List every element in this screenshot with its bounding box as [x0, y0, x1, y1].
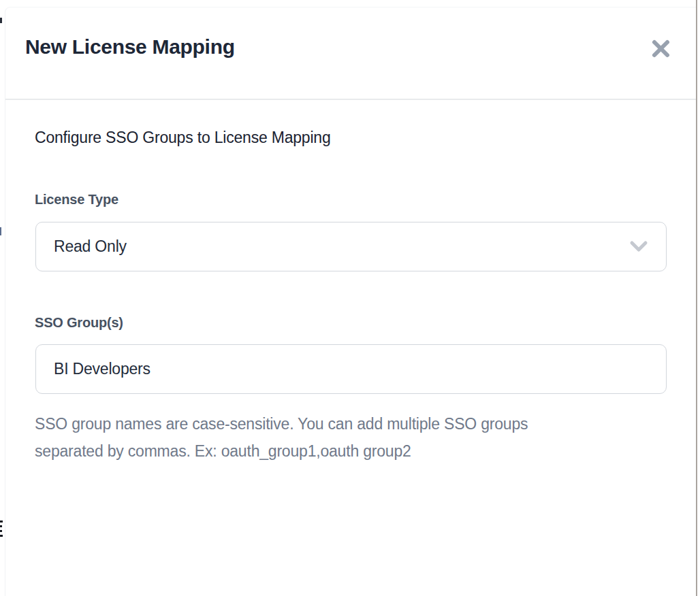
chevron-down-icon	[628, 240, 650, 254]
sso-groups-hint: SSO group names are case-sensitive. You …	[35, 410, 528, 465]
license-type-selected-value: Read Only	[54, 237, 628, 256]
page-edge-fragment	[0, 520, 3, 523]
sso-groups-label: SSO Group(s)	[35, 314, 123, 331]
sso-groups-hint-line2: separated by commas. Ex: oauth_group1,oa…	[35, 437, 528, 465]
license-type-label: License Type	[35, 191, 118, 208]
sso-groups-input[interactable]	[35, 344, 667, 394]
page-edge-fragment	[0, 535, 3, 537]
page-edge-fragment	[0, 525, 2, 527]
new-license-mapping-modal: New License Mapping Configure SSO Groups…	[5, 7, 696, 596]
modal-title: New License Mapping	[25, 35, 235, 59]
page-edge-fragment	[0, 530, 2, 532]
modal-subtitle: Configure SSO Groups to License Mapping	[35, 127, 331, 148]
close-button[interactable]	[646, 35, 675, 63]
sso-groups-hint-line1: SSO group names are case-sensitive. You …	[35, 410, 528, 437]
page-right-edge	[696, 0, 697, 596]
page-edge-fragment	[0, 227, 1, 235]
page-edge-fragment	[0, 18, 2, 23]
license-type-select[interactable]: Read Only	[35, 222, 667, 271]
close-icon	[650, 39, 671, 59]
header-divider	[5, 99, 696, 100]
